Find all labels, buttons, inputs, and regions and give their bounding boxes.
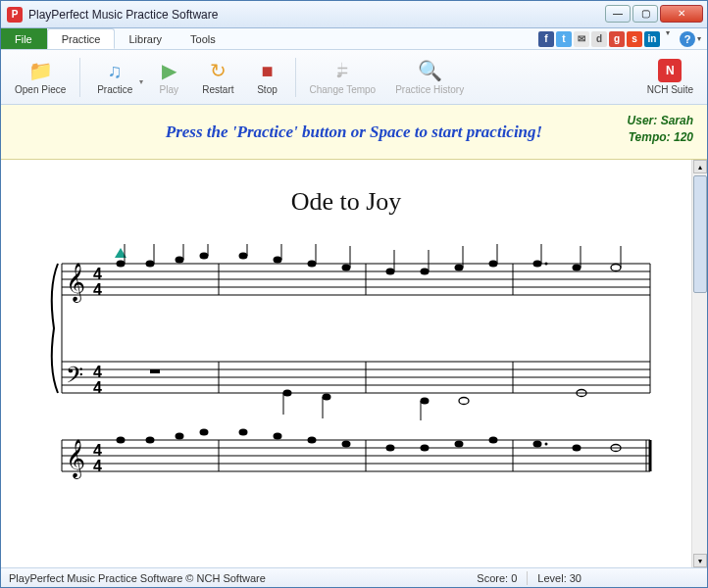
svg-text:𝄞: 𝄞 (66, 439, 85, 479)
stop-button[interactable]: ■ Stop (244, 52, 291, 103)
close-button[interactable]: ✕ (660, 5, 703, 23)
nch-suite-label: NCH Suite (647, 84, 693, 95)
practice-history-label: Practice History (395, 84, 464, 95)
svg-point-24 (176, 257, 184, 264)
svg-point-84 (455, 441, 464, 448)
window-controls: — ▢ ✕ (605, 5, 703, 24)
nch-suite-button[interactable]: N NCH Suite (637, 55, 703, 99)
user-value: Sarah (661, 114, 693, 127)
svg-point-38 (421, 269, 430, 275)
play-label: Play (160, 84, 178, 95)
song-title: Ode to Joy (21, 187, 672, 217)
svg-point-79 (274, 433, 282, 440)
menubar: File Practice Library Tools ft✉dgsin ▾ ?… (1, 28, 707, 50)
svg-point-56 (421, 398, 430, 405)
score-area[interactable]: Ode to Joy (1, 160, 691, 567)
folder-music-icon: 📁 (28, 59, 53, 82)
music-staff-system-1: 𝄞 𝄢 4 4 4 4 (32, 244, 660, 420)
play-button[interactable]: ▶ Play (145, 52, 192, 103)
svg-point-36 (386, 269, 395, 275)
svg-point-47 (573, 265, 582, 271)
scroll-down-button[interactable]: ▾ (693, 554, 707, 567)
svg-point-46 (545, 263, 548, 266)
app-icon: P (7, 7, 23, 23)
svg-point-28 (239, 253, 248, 260)
svg-point-52 (283, 390, 292, 397)
change-tempo-label: Change Tempo (310, 84, 377, 95)
open-piece-label: Open Piece (15, 84, 66, 95)
scroll-up-button[interactable]: ▴ (693, 160, 707, 173)
time-sig-top: 4 (93, 266, 102, 282)
banner-info: User: Sarah Tempo: 120 (628, 113, 693, 146)
status-score: Score: 0 (477, 572, 517, 584)
statusbar: PlayPerfect Music Practice Software © NC… (1, 567, 707, 587)
svg-point-85 (489, 437, 498, 444)
svg-text:4: 4 (93, 364, 102, 380)
tempo-label: Tempo: (629, 130, 671, 144)
svg-point-75 (146, 437, 155, 444)
maximize-button[interactable]: ▢ (632, 5, 658, 23)
svg-point-88 (573, 445, 582, 452)
stop-icon: ■ (261, 59, 273, 82)
svg-point-44 (533, 261, 542, 268)
music-staff-system-2: 𝄞 4 4 (32, 420, 660, 489)
titlebar: P PlayPerfect Music Practice Software — … (1, 1, 707, 28)
toolbar: 📁 Open Piece ♫ Practice ▾ ▶ Play ↻ Resta… (1, 50, 707, 105)
window-title: PlayPerfect Music Practice Software (28, 8, 605, 22)
facebook-icon[interactable]: f (538, 31, 554, 47)
help-icon: ? (680, 31, 695, 47)
svg-point-86 (533, 441, 542, 448)
history-icon: 🔍 (418, 59, 442, 82)
social-icons: ft✉dgsin (538, 28, 666, 49)
svg-point-49 (611, 265, 621, 271)
google-icon[interactable]: g (609, 31, 625, 47)
restart-button[interactable]: ↻ Restart (192, 52, 243, 103)
help-menu[interactable]: ? ▾ (680, 28, 707, 49)
stumble-icon[interactable]: s (627, 31, 642, 47)
change-tempo-button[interactable]: 𝅘𝅥= Change Tempo (300, 52, 386, 103)
email-icon[interactable]: ✉ (574, 31, 589, 47)
bass-clef-icon: 𝄢 (66, 363, 83, 393)
svg-point-80 (308, 437, 317, 444)
scroll-thumb[interactable] (693, 175, 707, 293)
menu-library[interactable]: Library (115, 28, 177, 49)
svg-point-42 (489, 261, 498, 268)
svg-point-20 (117, 261, 126, 268)
svg-point-30 (274, 257, 282, 264)
vertical-scrollbar[interactable]: ▴ ▾ (691, 160, 707, 567)
twitter-icon[interactable]: t (556, 31, 572, 47)
svg-point-83 (421, 445, 430, 452)
menu-file[interactable]: File (1, 28, 47, 49)
treble-clef-icon: 𝄞 (66, 263, 85, 303)
status-level: Level: 30 (537, 572, 582, 584)
svg-point-34 (342, 265, 351, 271)
practice-icon: ♫ (108, 59, 123, 82)
svg-point-78 (239, 429, 248, 436)
linkedin-icon[interactable]: in (644, 31, 660, 47)
menu-practice[interactable]: Practice (47, 28, 116, 49)
svg-point-81 (342, 441, 351, 448)
svg-point-82 (386, 445, 395, 452)
practice-label: Practice (97, 84, 132, 95)
tempo-icon: 𝅘𝅥= (336, 59, 348, 82)
app-window: P PlayPerfect Music Practice Software — … (0, 0, 708, 588)
tempo-value: 120 (674, 130, 693, 144)
digg-icon[interactable]: d (591, 31, 607, 47)
minimize-button[interactable]: — (605, 5, 631, 23)
svg-point-40 (455, 265, 464, 271)
nch-icon: N (658, 59, 682, 82)
practice-button[interactable]: ♫ Practice ▾ (84, 52, 145, 103)
practice-dropdown-icon[interactable]: ▾ (139, 77, 143, 86)
svg-point-32 (308, 261, 317, 268)
practice-history-button[interactable]: 🔍 Practice History (385, 52, 474, 103)
stop-label: Stop (257, 84, 278, 95)
menu-tools[interactable]: Tools (177, 28, 230, 49)
svg-point-77 (200, 429, 209, 436)
svg-point-22 (146, 261, 155, 268)
open-piece-button[interactable]: 📁 Open Piece (5, 52, 76, 103)
status-app: PlayPerfect Music Practice Software © NC… (9, 572, 266, 584)
social-dropdown[interactable]: ▾ (666, 28, 676, 49)
time-sig-bot: 4 (93, 281, 102, 298)
play-icon: ▶ (162, 59, 177, 82)
score-viewport: Ode to Joy (1, 160, 707, 567)
